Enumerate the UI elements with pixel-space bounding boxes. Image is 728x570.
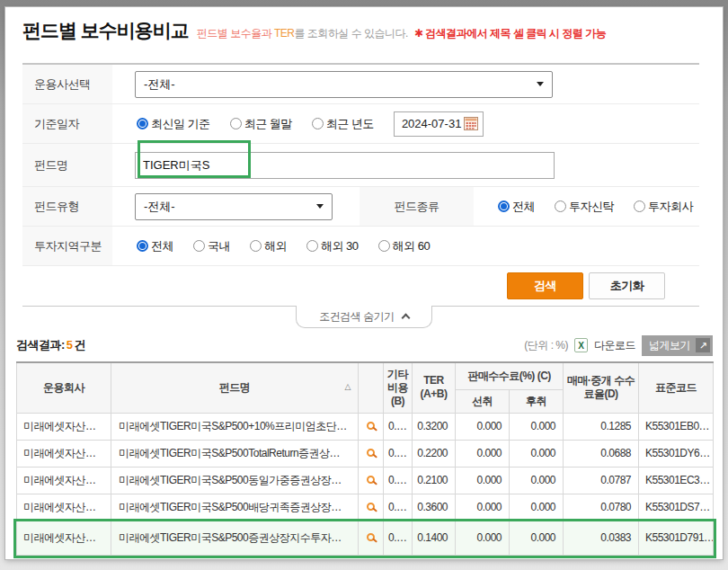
col-header-ter[interactable]: TER (A+B) [413, 362, 456, 413]
download-button[interactable]: 다운로드 [594, 338, 635, 353]
table-row: 미래에셋자산… 미래에셋TIGER미국S&P500+10%프리미엄초단… 0.…… [17, 413, 714, 440]
region-radio-overseas[interactable]: 해외 [250, 238, 287, 254]
sort-triangle-icon[interactable]: △ [345, 383, 351, 393]
main-panel: 펀드별 보수비용비교펀드별 보수율과 TER를 조회하실 수 있습니다.✱ 검색… [5, 7, 723, 559]
col-header-other-cost[interactable]: 기타 비용 (B) [384, 362, 413, 413]
wide-view-label: 넓게보기 [649, 338, 690, 353]
radio-checked-icon [137, 118, 148, 129]
results-table-wrap: 운용회사 펀드명△ 기타 비용 (B) TER (A+B) 판매수수료(%) (… [16, 361, 713, 556]
radio-icon [378, 240, 390, 252]
unit-note: (단위 : %) [524, 338, 568, 353]
form-row-manager: 운용사선택 -전체- [22, 65, 699, 104]
table-row: 미래에셋자산… 미래에셋TIGER미국S&P500배당귀족증권상장… 0.… 0… [17, 494, 714, 521]
fund-type-select[interactable]: -전체- [135, 193, 333, 220]
subtitle-ter: TER [274, 27, 295, 40]
fund-kind-radio-company[interactable]: 투자회사 [634, 199, 693, 215]
date-radio-latest[interactable]: 최신일 기준 [137, 116, 210, 132]
calendar-icon[interactable] [464, 117, 478, 130]
search-button[interactable]: 검색 [507, 272, 583, 299]
manager-label: 운용사선택 [22, 65, 112, 103]
col-header-trading-fee[interactable]: 매매·중개 수수료율(D) [564, 362, 639, 413]
radio-icon [230, 118, 242, 129]
table-row: 미래에셋자산… 미래에셋TIGER미국S&P500TotalReturn증권상…… [17, 440, 714, 467]
magnifier-icon[interactable] [367, 503, 375, 511]
date-radio-year[interactable]: 최근 년도 [312, 116, 374, 132]
col-header-fund-name[interactable]: 펀드명△ [111, 362, 359, 413]
table-row-highlighted: 미래에셋자산… 미래에셋TIGER미국S&P500증권상장지수투자… 0.… 0… [17, 521, 714, 555]
radio-icon [193, 240, 205, 252]
result-count: 검색결과:5건 [16, 337, 85, 353]
table-row: 미래에셋자산… 미래에셋TIGER미국S&P500동일가중증권상장… 0.… 0… [17, 467, 714, 494]
col-header-sales-fee-group[interactable]: 판매수수료(%) (C) [456, 362, 564, 389]
fund-kind-label: 펀드종류 [360, 187, 474, 226]
search-form: 운용사선택 -전체- 기준일자 최신일 기준 최근 월말 최근 년도 2024-… [22, 63, 699, 307]
col-header-magnifier [359, 362, 384, 413]
col-header-back-load[interactable]: 후취 [510, 389, 564, 413]
results-bar: 검색결과:5건 (단위 : %) X 다운로드 넓게보기 ↗ [16, 335, 713, 355]
magnifier-icon[interactable] [367, 422, 375, 430]
subtitle-rest: 를 조회하실 수 있습니다. [295, 27, 408, 40]
form-row-fund-type: 펀드유형 -전체- 펀드종류 전체 투자신탁 투자회사 [22, 187, 699, 227]
excel-icon[interactable]: X [574, 338, 588, 352]
region-radio-overseas-30[interactable]: 해외 30 [306, 238, 359, 254]
collapse-search-tab[interactable]: 조건검색 숨기기 [296, 306, 432, 328]
region-radio-overseas-60[interactable]: 해외 60 [378, 238, 431, 254]
magnifier-icon[interactable] [367, 476, 375, 484]
region-radio-all[interactable]: 전체 [137, 238, 173, 254]
manager-select-value: -전체- [144, 76, 175, 93]
wide-view-button[interactable]: 넓게보기 ↗ [642, 335, 713, 356]
date-input[interactable]: 2024-07-31 [394, 111, 484, 137]
magnifier-icon[interactable] [367, 449, 375, 457]
reset-button[interactable]: 초기화 [589, 272, 665, 299]
result-count-number: 5 [67, 338, 73, 352]
radio-icon [250, 240, 262, 252]
manager-select[interactable]: -전체- [135, 71, 553, 98]
chevron-down-icon [537, 82, 544, 86]
radio-icon [306, 240, 318, 252]
date-value: 2024-07-31 [402, 117, 462, 130]
radio-icon [555, 200, 566, 212]
fund-type-label: 펀드유형 [22, 187, 112, 226]
fund-kind-radio-all[interactable]: 전체 [498, 199, 535, 215]
radio-checked-icon [498, 200, 510, 212]
page-title: 펀드별 보수비용비교 [22, 18, 189, 43]
diagonal-arrow-icon: ↗ [696, 338, 710, 352]
date-label: 기준일자 [22, 104, 112, 143]
radio-icon [312, 118, 324, 129]
col-header-front-load[interactable]: 선취 [456, 389, 510, 413]
form-row-buttons: 검색 초기화 [22, 266, 699, 306]
fund-name-label: 펀드명 [22, 144, 112, 186]
page-header: 펀드별 보수비용비교펀드별 보수율과 TER를 조회하실 수 있습니다.✱ 검색… [22, 18, 723, 43]
collapse-tab-label: 조건검색 숨기기 [319, 309, 394, 325]
sort-notice: ✱ 검색결과에서 제목 셀 클릭 시 정렬 가능 [414, 27, 606, 40]
chevron-up-icon [401, 314, 410, 323]
date-radio-month-end[interactable]: 최근 월말 [230, 116, 292, 132]
results-table: 운용회사 펀드명△ 기타 비용 (B) TER (A+B) 판매수수료(%) (… [16, 361, 714, 556]
radio-icon [634, 200, 645, 212]
col-header-code[interactable]: 표준코드 [639, 362, 714, 413]
subtitle-highlight: 펀드별 보수율과 [197, 27, 271, 40]
chevron-down-icon [316, 204, 324, 209]
fund-kind-radio-trust[interactable]: 투자신탁 [555, 199, 614, 215]
magnifier-icon[interactable] [367, 533, 375, 541]
region-label: 투자지역구분 [22, 227, 112, 265]
form-row-region: 투자지역구분 전체 국내 해외 해외 30 해외 60 [22, 227, 699, 266]
fund-name-input[interactable] [135, 152, 555, 179]
fund-type-select-value: -전체- [144, 199, 175, 215]
form-row-fund-name: 펀드명 [22, 144, 699, 187]
form-row-date: 기준일자 최신일 기준 최근 월말 최근 년도 2024-07-31 [22, 104, 699, 144]
col-header-company[interactable]: 운용회사 [17, 362, 111, 413]
radio-checked-icon [137, 240, 148, 252]
region-radio-domestic[interactable]: 국내 [193, 238, 230, 254]
